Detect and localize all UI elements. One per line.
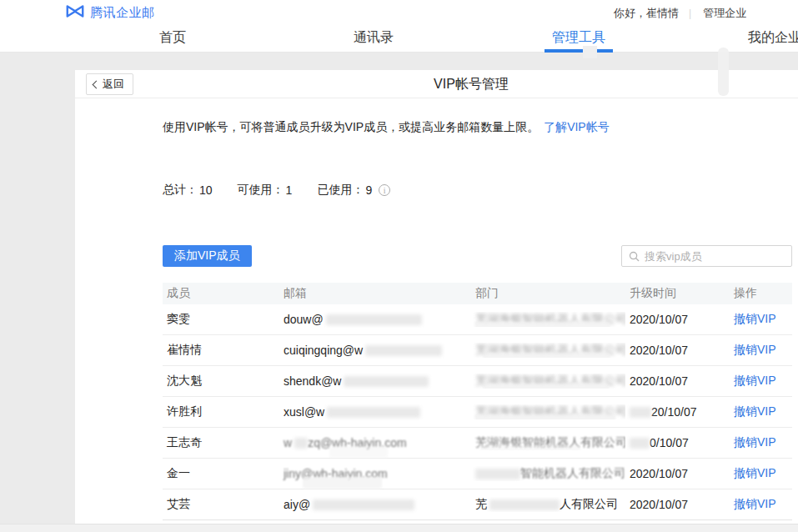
- redaction-smudge: [484, 353, 610, 358]
- topbar: 腾讯企业邮 你好，崔情情 | 管理企业: [0, 0, 798, 25]
- member-email: douw@: [279, 313, 471, 326]
- member-email: xusl@w: [279, 405, 471, 419]
- redaction-smudge: [313, 499, 414, 510]
- exmail-logo-icon: [65, 4, 85, 22]
- redaction-smudge: [327, 407, 420, 418]
- main-nav: 首页 通讯录 管理工具 我的企业: [0, 25, 798, 53]
- member-name: 金一: [163, 466, 279, 481]
- revoke-vip-link[interactable]: 撤销VIP: [734, 497, 776, 510]
- redaction-smudge: [630, 407, 651, 418]
- member-dept: 芜湖海银智能机器人有限公司: [471, 374, 625, 389]
- upgrade-time: 20/10/07: [625, 405, 730, 419]
- logo-text: 腾讯企业邮: [90, 5, 155, 21]
- member-name: 崔情情: [163, 343, 279, 358]
- redaction-smudge: [294, 438, 308, 449]
- revoke-vip-link[interactable]: 撤销VIP: [734, 404, 776, 418]
- redaction-smudge: [489, 499, 560, 510]
- vip-stats: 总计： 10 可使用： 1 已使用： 9 i: [163, 183, 792, 198]
- user-greeting: 你好，崔情情: [614, 6, 679, 21]
- screenshot-artifact: [583, 46, 597, 58]
- tab-contacts[interactable]: 通讯录: [340, 25, 407, 52]
- member-dept: 芜湖海银智能机器人有限公司: [471, 435, 625, 450]
- member-dept: 芜湖海银智能机器人有限公司: [471, 343, 625, 358]
- redaction-smudge: [475, 469, 520, 479]
- col-header-email: 邮箱: [279, 286, 471, 301]
- info-icon[interactable]: i: [379, 184, 390, 196]
- logo[interactable]: 腾讯企业邮: [65, 4, 155, 22]
- member-email: wzq@wh-haiyin.com: [279, 436, 471, 449]
- scrollbar-thumb[interactable]: [718, 48, 729, 96]
- revoke-vip-link[interactable]: 撤销VIP: [734, 343, 776, 356]
- upgrade-time: 2020/10/07: [625, 498, 730, 511]
- redaction-smudge: [329, 446, 388, 458]
- upgrade-time: 2020/10/07: [625, 344, 730, 357]
- stat-used: 已使用： 9 i: [317, 183, 390, 198]
- search-box[interactable]: [621, 245, 792, 267]
- redaction-smudge: [303, 477, 382, 489]
- member-dept: 芜人有限公司: [471, 497, 625, 512]
- member-name: 沈大魁: [163, 374, 279, 389]
- member-email: shendk@w: [279, 374, 471, 388]
- redaction-smudge: [480, 445, 580, 450]
- table-row: 王志奇 wzq@wh-haiyin.com 芜湖海银智能机器人有限公司 0/10…: [163, 428, 792, 459]
- redaction-smudge: [484, 384, 609, 389]
- member-name: 艾芸: [163, 497, 279, 512]
- tab-home[interactable]: 首页: [146, 25, 199, 52]
- intro-text: 使用VIP帐号，可将普通成员升级为VIP成员，或提高业务邮箱数量上限。了解VIP…: [163, 118, 792, 135]
- redaction-smudge: [365, 345, 442, 356]
- member-email: aiy@: [279, 498, 471, 511]
- page: 腾讯企业邮 你好，崔情情 | 管理企业 首页 通讯录 管理工具 我的企业 返回 …: [0, 0, 798, 532]
- redaction-smudge: [326, 314, 422, 325]
- topbar-right: 你好，崔情情 | 管理企业: [614, 6, 746, 21]
- panel-content: 使用VIP帐号，可将普通成员升级为VIP成员，或提高业务邮箱数量上限。了解VIP…: [75, 118, 792, 520]
- revoke-vip-link[interactable]: 撤销VIP: [734, 312, 776, 325]
- upgrade-time: 2020/10/07: [625, 374, 730, 388]
- member-email: cuiqingqing@w: [279, 344, 471, 357]
- revoke-vip-link[interactable]: 撤销VIP: [734, 374, 776, 387]
- member-dept: 芜湖海银智能机器人有限公司: [471, 404, 625, 419]
- upgrade-time: 2020/10/07: [625, 467, 730, 480]
- revoke-vip-link[interactable]: 撤销VIP: [734, 466, 776, 479]
- table-row: 许胜利 xusl@w 芜湖海银智能机器人有限公司 20/10/07 撤销VIP: [163, 397, 792, 428]
- table-row: 沈大魁 shendk@w 芜湖海银智能机器人有限公司 2020/10/07 撤销…: [163, 366, 792, 397]
- upgrade-time: 0/10/07: [625, 436, 730, 449]
- vip-panel: 返回 VIP帐号管理 使用VIP帐号，可将普通成员升级为VIP成员，或提高业务邮…: [75, 70, 798, 524]
- redaction-smudge: [475, 322, 610, 327]
- col-header-action: 操作: [730, 286, 792, 301]
- page-title: VIP帐号管理: [75, 70, 798, 98]
- member-dept: 智能机器人有限公司: [471, 466, 625, 481]
- col-header-member: 成员: [163, 286, 279, 301]
- redaction-smudge: [344, 376, 429, 387]
- learn-vip-link[interactable]: 了解VIP帐号: [544, 120, 610, 133]
- member-name: 许胜利: [163, 404, 279, 419]
- table-row: 金一 jiny@wh-haiyin.com 智能机器人有限公司 2020/10/…: [163, 459, 792, 489]
- stat-total: 总计： 10: [163, 183, 213, 198]
- page-body: 返回 VIP帐号管理 使用VIP帐号，可将普通成员升级为VIP成员，或提高业务邮…: [0, 53, 798, 532]
- table-row: 艾芸 aiy@ 芜人有限公司 2020/10/07 撤销VIP: [163, 489, 792, 520]
- search-input[interactable]: [645, 250, 791, 263]
- table-toolbar: 添加VIP成员: [163, 245, 792, 267]
- member-name: 窦雯: [163, 312, 279, 327]
- member-dept: 芜湖海银智能机器人有限公司: [471, 312, 625, 327]
- member-name: 王志奇: [163, 435, 279, 450]
- manage-enterprise-link[interactable]: 管理企业: [703, 6, 746, 21]
- col-header-dept: 部门: [471, 286, 625, 301]
- horizontal-scrollbar-track[interactable]: [0, 524, 798, 532]
- add-vip-member-button[interactable]: 添加VIP成员: [163, 245, 252, 267]
- table-header-row: 成员 邮箱 部门 升级时间 操作: [163, 283, 792, 304]
- panel-header: 返回 VIP帐号管理: [75, 70, 798, 98]
- tab-admin-tools[interactable]: 管理工具: [545, 25, 612, 52]
- stat-available: 可使用： 1: [238, 183, 293, 198]
- member-email: jiny@wh-haiyin.com: [279, 467, 471, 480]
- topbar-divider: |: [689, 8, 691, 19]
- table-row: 窦雯 douw@ 芜湖海银智能机器人有限公司 2020/10/07 撤销VIP: [163, 304, 792, 335]
- upgrade-time: 2020/10/07: [625, 313, 730, 326]
- table-row: 崔情情 cuiqingqing@w 芜湖海银智能机器人有限公司 2020/10/…: [163, 335, 792, 366]
- revoke-vip-link[interactable]: 撤销VIP: [734, 435, 776, 449]
- tab-my-enterprise[interactable]: 我的企业: [747, 25, 798, 52]
- col-header-time: 升级时间: [625, 286, 730, 301]
- vip-table: 成员 邮箱 部门 升级时间 操作 窦雯 douw@ 芜湖海银智能机器人有限公司: [163, 283, 792, 520]
- redaction-smudge: [475, 414, 615, 419]
- redaction-smudge: [630, 438, 650, 449]
- search-icon: [629, 251, 640, 262]
